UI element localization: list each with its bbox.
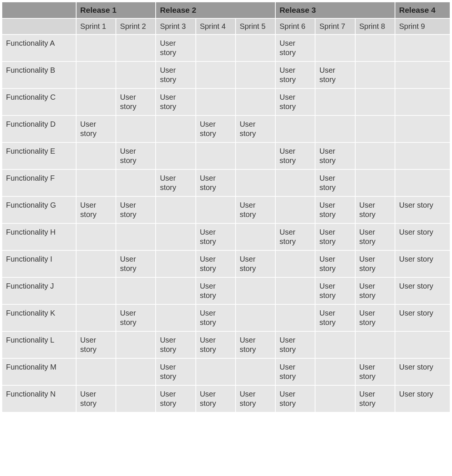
table-row: Functionality LUser storyUser storyUser … <box>2 331 450 358</box>
story-cell <box>76 34 116 61</box>
functionality-name: Functionality K <box>2 304 76 331</box>
functionality-name: Functionality I <box>2 250 76 277</box>
table-row: Functionality KUser storyUser storyUser … <box>2 304 450 331</box>
story-cell <box>76 277 116 304</box>
release-header: Release 2 <box>156 2 275 18</box>
functionality-name: Functionality M <box>2 358 76 385</box>
story-cell <box>76 88 116 115</box>
story-cell: User story <box>116 88 156 115</box>
story-cell <box>355 142 395 169</box>
story-cell <box>355 34 395 61</box>
story-cell <box>156 142 195 169</box>
story-cell <box>275 304 315 331</box>
story-cell <box>236 223 275 250</box>
story-cell <box>236 34 275 61</box>
story-cell: User story <box>355 196 395 223</box>
release-header-row: Release 1Release 2Release 3Release 4 <box>2 2 450 18</box>
table-row: Functionality JUser storyUser storyUser … <box>2 277 450 304</box>
story-cell: User story <box>116 196 156 223</box>
story-cell <box>355 169 395 196</box>
functionality-name: Functionality F <box>2 169 76 196</box>
story-cell <box>76 142 116 169</box>
story-cell <box>156 196 195 223</box>
story-cell: User story <box>236 331 275 358</box>
story-cell <box>315 358 355 385</box>
story-cell <box>395 115 450 142</box>
table-row: Functionality DUser storyUser storyUser … <box>2 115 450 142</box>
release-header: Release 4 <box>395 2 450 18</box>
story-cell <box>395 142 450 169</box>
story-cell <box>236 358 275 385</box>
story-cell: User story <box>156 88 195 115</box>
story-cell: User story <box>116 142 156 169</box>
release-sprint-matrix: Release 1Release 2Release 3Release 4 Spr… <box>2 1 450 413</box>
story-cell: User story <box>156 358 195 385</box>
story-cell <box>76 250 116 277</box>
functionality-name: Functionality E <box>2 142 76 169</box>
story-cell: User story <box>76 115 116 142</box>
story-cell: User story <box>275 358 315 385</box>
functionality-name: Functionality C <box>2 88 76 115</box>
functionality-name: Functionality L <box>2 331 76 358</box>
functionality-name: Functionality B <box>2 61 76 88</box>
story-cell: User story <box>196 250 236 277</box>
table-row: Functionality MUser storyUser storyUser … <box>2 358 450 385</box>
story-cell: User story <box>315 169 355 196</box>
story-cell: User story <box>395 358 450 385</box>
story-cell <box>196 358 236 385</box>
story-cell <box>236 169 275 196</box>
story-cell <box>76 223 116 250</box>
sprint-header: Sprint 6 <box>275 18 315 34</box>
story-cell: User story <box>395 196 450 223</box>
story-cell: User story <box>196 169 236 196</box>
story-cell: User story <box>156 61 195 88</box>
story-cell <box>395 169 450 196</box>
story-cell <box>315 331 355 358</box>
table-header: Release 1Release 2Release 3Release 4 Spr… <box>2 2 450 34</box>
story-cell <box>275 196 315 223</box>
story-cell <box>236 304 275 331</box>
story-cell: User story <box>395 223 450 250</box>
story-cell: User story <box>196 331 236 358</box>
story-cell: User story <box>315 304 355 331</box>
story-cell <box>275 169 315 196</box>
story-cell: User story <box>275 385 315 412</box>
story-cell: User story <box>395 250 450 277</box>
story-cell <box>395 61 450 88</box>
story-cell: User story <box>236 115 275 142</box>
story-cell <box>116 61 156 88</box>
story-cell: User story <box>355 304 395 331</box>
story-cell: User story <box>236 250 275 277</box>
story-cell: User story <box>156 331 195 358</box>
sprint-header: Sprint 3 <box>156 18 195 34</box>
story-cell: User story <box>355 223 395 250</box>
story-cell <box>236 277 275 304</box>
story-cell: User story <box>395 304 450 331</box>
story-cell <box>116 358 156 385</box>
story-cell <box>236 61 275 88</box>
story-cell: User story <box>156 169 195 196</box>
sprint-header: Sprint 5 <box>236 18 275 34</box>
story-cell: User story <box>196 304 236 331</box>
story-cell: User story <box>315 223 355 250</box>
functionality-name: Functionality N <box>2 385 76 412</box>
story-cell <box>76 358 116 385</box>
story-cell: User story <box>236 385 275 412</box>
story-cell: User story <box>275 61 315 88</box>
story-cell <box>315 385 355 412</box>
story-cell: User story <box>315 142 355 169</box>
story-cell <box>76 304 116 331</box>
story-cell <box>76 169 116 196</box>
table-row: Functionality AUser storyUser story <box>2 34 450 61</box>
story-cell <box>315 34 355 61</box>
story-cell <box>156 115 195 142</box>
story-cell <box>355 331 395 358</box>
story-cell <box>116 277 156 304</box>
table-row: Functionality BUser storyUser storyUser … <box>2 61 450 88</box>
header-blank-release <box>2 2 76 18</box>
story-cell <box>275 115 315 142</box>
story-cell: User story <box>196 223 236 250</box>
sprint-header: Sprint 7 <box>315 18 355 34</box>
story-cell <box>116 223 156 250</box>
story-cell: User story <box>315 250 355 277</box>
